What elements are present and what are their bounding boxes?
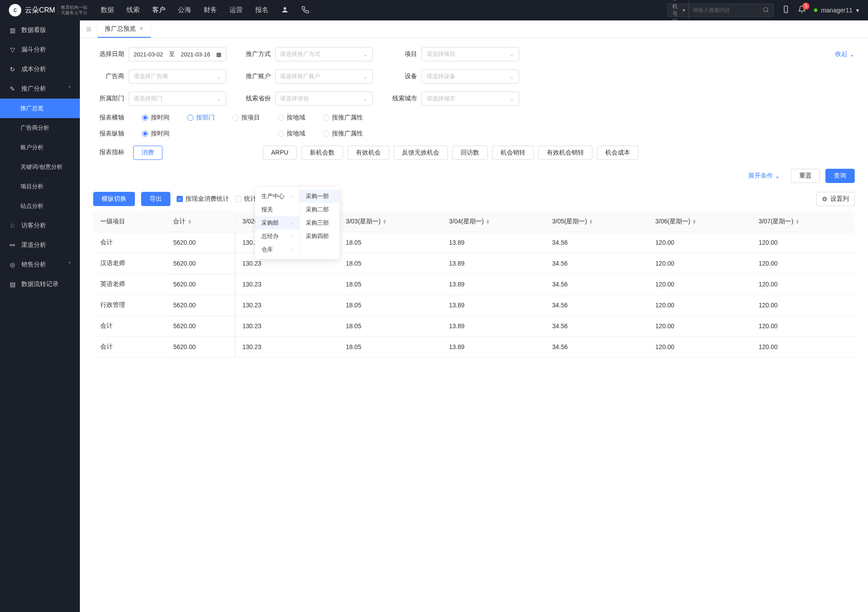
sidebar-item-sales[interactable]: ◎ 销售分析 ˅ (0, 255, 80, 274)
export-button[interactable]: 导出 (141, 192, 170, 206)
cascade-item-warehouse[interactable]: 仓库› (255, 243, 299, 256)
sidebar-item-advertiser[interactable]: 广告商分析 (0, 118, 80, 138)
sidebar-item-cost[interactable]: ↻ 成本分析 (0, 60, 80, 79)
sidebar-item-site[interactable]: 站点分析 (0, 196, 80, 216)
table-row[interactable]: 会计 5620.00 130.2318.0513.8934.56120.0012… (93, 337, 855, 358)
main-content: 推广总预览 ✕ 选择日期 2021-03-02 至 2021-03-16 ▦ (80, 20, 868, 612)
cascade-item-p2[interactable]: 采购二部 (300, 203, 339, 216)
cascade-item-production[interactable]: 生产中心› (255, 190, 299, 203)
sidebar-item-project[interactable]: 项目分析 (0, 177, 80, 196)
table-row[interactable]: 行政管理 5620.00 130.2318.0513.8934.56120.00… (93, 295, 855, 316)
advertiser-select[interactable]: 请选择广告商⌄ (129, 69, 226, 83)
visitor-icon: ♘ (9, 222, 16, 229)
metric-revisit[interactable]: 回访数 (452, 146, 488, 160)
col-name[interactable]: 一级项目 (93, 211, 166, 232)
switch-axis-button[interactable]: 横纵切换 (93, 192, 135, 206)
h-axis-attr[interactable]: 按推广属性 (323, 114, 363, 122)
bell-icon[interactable]: 5 (798, 5, 806, 16)
sort-icon[interactable]: ▲▼ (383, 219, 387, 224)
v-axis-region[interactable]: 按地域 (278, 130, 305, 138)
nav-finance[interactable]: 财务 (204, 6, 217, 15)
metric-spend[interactable]: 消费 (133, 146, 162, 160)
collapse-link[interactable]: 收起 ⌄ (835, 50, 855, 58)
cascade-item-purchase[interactable]: 采购部› (255, 216, 299, 230)
h-axis-region[interactable]: 按地域 (278, 114, 305, 122)
sidebar-item-funnel[interactable]: ▽ 漏斗分析 (0, 40, 80, 60)
cell-d6: 120.00 (751, 316, 855, 337)
table-row[interactable]: 英语老师 5620.00 130.2318.0513.8934.56120.00… (93, 274, 855, 295)
h-axis-time[interactable]: 按时间 (142, 114, 170, 122)
device-select[interactable]: 请选择设备⌄ (422, 69, 519, 83)
method-select[interactable]: 请选择推广方式⌄ (275, 47, 373, 61)
cascade-item-p4[interactable]: 采购四部 (300, 230, 339, 243)
date-range-picker[interactable]: 2021-03-02 至 2021-03-16 ▦ (129, 47, 226, 61)
sidebar-item-keyword[interactable]: 关键词/创意分析 (0, 157, 80, 177)
sort-icon[interactable]: ▲▼ (589, 219, 593, 224)
columns-settings-button[interactable]: ⚙ 设置列 (816, 192, 855, 206)
nav-public[interactable]: 公海 (178, 6, 191, 15)
nav-operation[interactable]: 运营 (229, 6, 243, 15)
user-menu[interactable]: manager11 ▾ (814, 7, 859, 14)
sidebar-item-visitor[interactable]: ♘ 访客分析 (0, 216, 80, 235)
metric-valid-opp[interactable]: 有效机会 (347, 146, 389, 160)
col-d6[interactable]: 3/07(星期一)▲▼ (751, 211, 855, 232)
user-icon[interactable] (281, 6, 289, 15)
cascade-item-gm[interactable]: 总经办› (255, 230, 299, 243)
metric-conv[interactable]: 机会销转 (492, 146, 534, 160)
expand-filter-link[interactable]: 展开条件 ⌄ (748, 172, 780, 180)
metric-new-opp[interactable]: 新机会数 (301, 146, 343, 160)
mobile-icon[interactable] (782, 5, 790, 16)
query-button[interactable]: 查询 (825, 169, 855, 183)
close-icon[interactable]: ✕ (139, 26, 143, 32)
cell-d3: 13.89 (442, 232, 545, 253)
col-d4[interactable]: 3/05(星期一)▲▼ (545, 211, 648, 232)
sidebar-item-dataflow[interactable]: ▤ 数据流转记录 (0, 274, 80, 294)
metric-arpu[interactable]: ARPU (263, 146, 297, 160)
sidebar-item-account[interactable]: 账户分析 (0, 138, 80, 157)
search-input[interactable] (693, 7, 759, 13)
v-axis-attr[interactable]: 按推广属性 (323, 130, 363, 138)
province-select[interactable]: 请选择省份⌄ (275, 91, 373, 106)
sort-icon[interactable]: ▲▼ (795, 219, 800, 224)
h-axis-project[interactable]: 按项目 (233, 114, 260, 122)
table-row[interactable]: 会计 5620.00 130.2318.0513.8934.56120.0012… (93, 232, 855, 253)
sort-icon[interactable]: ▲▼ (485, 219, 490, 224)
nav-data[interactable]: 数据 (101, 6, 114, 15)
reset-button[interactable]: 重置 (791, 169, 820, 183)
project-select[interactable]: 请选择项目⌄ (422, 47, 519, 61)
col-d3[interactable]: 3/04(星期一)▲▼ (442, 211, 545, 232)
account-select[interactable]: 请选择推广账户⌄ (275, 69, 373, 83)
sidebar-item-dashboard[interactable]: ▥ 数据看版 (0, 20, 80, 40)
table-row[interactable]: 会计 5620.00 130.2318.0513.8934.56120.0012… (93, 316, 855, 337)
search-icon[interactable] (763, 7, 769, 14)
nav-signup[interactable]: 报名 (255, 6, 268, 15)
logo[interactable]: C 云朵CRM 教育机构一站 式服务云平台 (9, 4, 87, 16)
v-axis-time[interactable]: 按时间 (142, 130, 170, 138)
metric-valid-conv[interactable]: 有效机会销转 (538, 146, 592, 160)
city-select[interactable]: 请选择城市⌄ (422, 91, 519, 106)
metric-invalid[interactable]: 反馈无效机会 (394, 146, 448, 160)
phone-icon[interactable] (301, 6, 309, 15)
metric-opp-cost[interactable]: 机会成本 (597, 146, 639, 160)
cash-checkbox[interactable]: 按现金消费统计 (177, 195, 229, 203)
h-axis-dept[interactable]: 按部门 (187, 114, 215, 122)
sidebar-item-channel[interactable]: ⚯ 渠道分析 (0, 235, 80, 255)
dept-select[interactable]: 请选择部门⌄ (129, 91, 226, 106)
col-d5[interactable]: 3/06(星期一)▲▼ (648, 211, 752, 232)
cascade-item-p1[interactable]: 采购一部 (300, 190, 339, 203)
cascade-item-p3[interactable]: 采购三部 (300, 216, 339, 230)
sort-icon[interactable]: ▲▼ (692, 219, 696, 224)
status-dot (814, 8, 817, 12)
tab-overview[interactable]: 推广总预览 ✕ (98, 20, 151, 38)
table-row[interactable]: 汉语老师 5620.00 130.2318.0513.8934.56120.00… (93, 253, 855, 274)
sidebar-item-overview[interactable]: 推广总览 (0, 99, 80, 118)
v-axis-label: 报表纵轴 (93, 130, 124, 138)
sidebar-item-promotion[interactable]: ✎ 推广分析 ˄ (0, 79, 80, 99)
sort-icon[interactable]: ▲▼ (187, 219, 192, 224)
nav-leads[interactable]: 线索 (126, 6, 140, 15)
cascade-item-customs[interactable]: 报关 (255, 203, 299, 216)
menu-toggle[interactable] (80, 20, 98, 38)
col-d2[interactable]: 3/03(星期一)▲▼ (339, 211, 442, 232)
col-total[interactable]: 合计▲▼ (166, 211, 235, 232)
nav-customer[interactable]: 客户 (152, 6, 166, 15)
